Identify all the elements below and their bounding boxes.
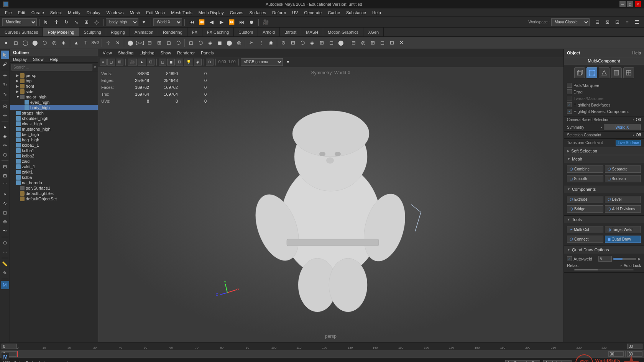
tree-item-zakit1[interactable]: zakit1: [10, 169, 98, 175]
menu-edit[interactable]: Edit: [15, 10, 28, 16]
rotate-tool-icon[interactable]: ↻: [62, 18, 71, 27]
vp-btn-1[interactable]: ≡: [100, 59, 107, 66]
lt-pencil-icon[interactable]: ✏: [1, 141, 9, 150]
rp-section-quad-draw-header[interactable]: Quad Draw Options: [564, 246, 644, 254]
vp-camera-btn[interactable]: 🎥: [128, 59, 137, 66]
tb-sculpt-icon[interactable]: ⬡: [298, 38, 307, 48]
scale-tool-icon[interactable]: ⤡: [72, 18, 81, 27]
tab-poly-modeling[interactable]: Poly Modeling: [43, 28, 79, 36]
tb-smooth-icon[interactable]: ◻: [164, 38, 173, 48]
tree-item-polysurface1[interactable]: polySurface1: [10, 185, 98, 191]
lt-flare-icon[interactable]: ⋄: [1, 190, 9, 198]
tree-item-defaultobjectset[interactable]: defaultObjectSet: [10, 196, 98, 201]
tb-paint-weights-icon[interactable]: ◈: [307, 38, 317, 48]
tb-helix-icon[interactable]: ◈: [59, 38, 68, 48]
menu-edit-mesh[interactable]: Edit Mesh: [143, 10, 168, 16]
tree-item-side[interactable]: ▶ side: [10, 89, 98, 94]
layout-icon-1[interactable]: ⊟: [593, 18, 602, 27]
menu-substance[interactable]: Substance: [343, 10, 369, 16]
tb-cut-icon[interactable]: ✂: [247, 38, 256, 48]
tb-retopo-icon[interactable]: ⬤: [336, 38, 345, 48]
lt-squash-icon[interactable]: ◻: [1, 208, 9, 217]
tree-item-defaultlightset[interactable]: defaultLightSet: [10, 191, 98, 196]
rp-section-tools-header[interactable]: Tools: [564, 216, 644, 223]
tb-split-icon[interactable]: ⋮: [256, 38, 266, 48]
auto-weld-max-icon[interactable]: ▶: [638, 257, 641, 261]
auto-weld-slider[interactable]: [613, 258, 637, 260]
tree-item-mustache-high[interactable]: mustache_high: [10, 126, 98, 132]
vp-colorspace-settings-icon[interactable]: ▾: [284, 57, 293, 67]
vp-menu-view[interactable]: View: [100, 50, 115, 56]
tb-multi-icon[interactable]: ⊡: [387, 38, 396, 48]
layout-icon-5[interactable]: ☰: [632, 18, 642, 27]
target-weld-button[interactable]: ◎ Target Weld: [605, 226, 641, 233]
highlight-backfaces-checkbox[interactable]: ✓: [567, 102, 572, 107]
next-key-icon[interactable]: ⏭: [237, 18, 246, 27]
menu-curves[interactable]: Curves: [227, 10, 246, 16]
timeline-start-input[interactable]: [2, 344, 17, 349]
menu-windows[interactable]: Windows: [104, 10, 127, 16]
menu-mesh-display[interactable]: Mesh Display: [196, 10, 227, 16]
layout-icon-4[interactable]: ≡: [623, 18, 632, 27]
layout-icon-3[interactable]: ⊡: [613, 18, 622, 27]
tb-isolate-icon[interactable]: ◎: [358, 38, 368, 48]
lt-move-icon[interactable]: ✛: [1, 72, 9, 80]
tb-snap-grid-icon[interactable]: ⊹: [104, 38, 113, 48]
tb-plane-icon[interactable]: ⬡: [40, 38, 49, 48]
play-fwd-icon[interactable]: ▶: [217, 18, 226, 27]
select-tool-icon[interactable]: [42, 18, 51, 27]
symmetry-dropdown[interactable]: World X: [153, 18, 182, 26]
tb-cube-icon[interactable]: ◻: [11, 38, 20, 48]
outliner-menu-help[interactable]: Help: [47, 56, 62, 62]
tb-torus-icon[interactable]: ◎: [49, 38, 59, 48]
rp-section-mesh-header[interactable]: Mesh: [564, 155, 644, 163]
move-tool-icon[interactable]: ✛: [52, 18, 61, 27]
tree-item-kolba1[interactable]: kolba1: [10, 148, 98, 153]
add-divisions-button[interactable]: ⬡ Add Divisions: [605, 205, 641, 213]
vp-menu-show[interactable]: Show: [158, 50, 174, 56]
search-filter-icon[interactable]: ▾: [94, 65, 96, 70]
lt-scale-icon[interactable]: ⤡: [1, 90, 9, 98]
lt-twist-icon[interactable]: ⊛: [1, 218, 9, 226]
tweak-marquee-checkbox[interactable]: [567, 96, 572, 101]
tab-fx-caching[interactable]: FX Caching: [202, 28, 234, 36]
tree-item-top[interactable]: ▶ top: [10, 78, 98, 84]
multi-cut-button[interactable]: ✂ Multi-Cut: [567, 226, 603, 233]
rp-btn-component[interactable]: [586, 67, 597, 78]
tb-subdiv-icon[interactable]: ⬡: [174, 38, 183, 48]
menu-deform[interactable]: Deform: [269, 10, 289, 16]
tb-checker-icon[interactable]: ⊟: [349, 38, 358, 48]
tab-fx[interactable]: FX: [187, 28, 202, 36]
viewport-canvas[interactable]: Verts: 84890 84890 0 Edges: 254648 25464…: [98, 67, 564, 342]
tree-item-cloak-high[interactable]: cloak_high: [10, 121, 98, 126]
tab-rigging[interactable]: Rigging: [106, 28, 130, 36]
auto-weld-input[interactable]: [598, 256, 612, 262]
vp-render-btn[interactable]: ⊡: [147, 59, 154, 66]
tab-animation[interactable]: Animation: [130, 28, 158, 36]
layout-icon-2[interactable]: ⊠: [603, 18, 612, 27]
universal-manip-icon[interactable]: ⊞: [82, 18, 91, 27]
lt-sine-icon[interactable]: ∿: [1, 199, 9, 208]
smooth-button[interactable]: ◻ Smooth: [567, 175, 603, 182]
tb-quad-draw-icon[interactable]: ⊞: [317, 38, 326, 48]
tree-item-eyes-high[interactable]: eyes_high: [10, 100, 98, 105]
tb-weld-icon[interactable]: ◎: [234, 38, 243, 48]
timeline-end-input[interactable]: [627, 344, 642, 349]
tree-item-na-borodu[interactable]: na_borodu: [10, 180, 98, 185]
vp-shadow-btn[interactable]: ◈: [194, 59, 202, 66]
auto-weld-checkbox[interactable]: ✓: [567, 256, 572, 261]
workspace-selector[interactable]: Maya Classic: [551, 18, 590, 26]
lt-joint-icon[interactable]: ⊙: [1, 239, 9, 247]
anim-layer-badge[interactable]: No Anim La...: [543, 360, 572, 362]
tb-target-weld-icon[interactable]: ◉: [266, 38, 275, 48]
lt-show-manip-icon[interactable]: ⊹: [1, 111, 9, 120]
extrude-button[interactable]: ⬡ Extrude: [567, 196, 603, 203]
tree-item-kolba2[interactable]: kolba2: [10, 153, 98, 159]
vp-lights-btn[interactable]: 💡: [184, 59, 193, 66]
quad-draw-button[interactable]: ◼ Quad Draw: [605, 236, 641, 243]
vp-menu-panels[interactable]: Panels: [198, 50, 217, 56]
menu-display[interactable]: Display: [84, 10, 103, 16]
bevel-button[interactable]: ⬡ Bevel: [605, 196, 641, 203]
tb-component-icon[interactable]: ⊟: [145, 38, 154, 48]
vp-menu-renderer[interactable]: Renderer: [174, 50, 198, 56]
